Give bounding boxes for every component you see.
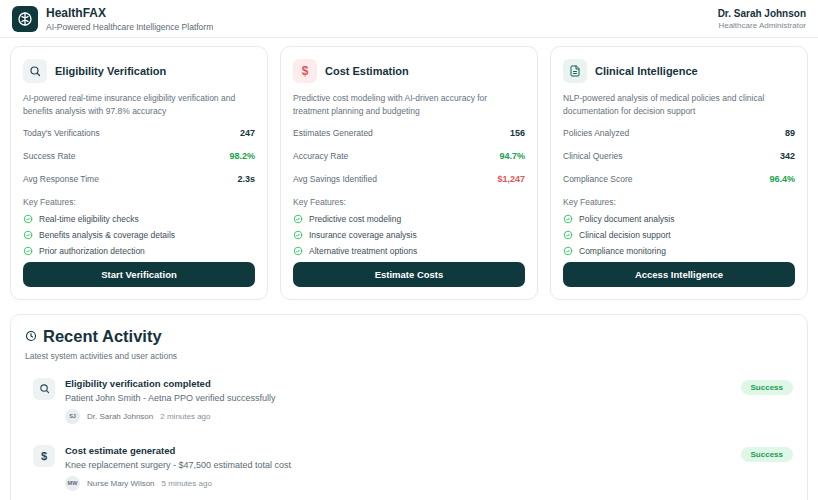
- card-title: Cost Estimation: [325, 65, 409, 77]
- start-verification-button[interactable]: Start Verification: [23, 262, 255, 287]
- features-label: Key Features:: [293, 197, 525, 207]
- document-icon: [563, 59, 587, 83]
- feature-text: Real-time eligibility checks: [39, 214, 139, 224]
- status-badge: Success: [741, 380, 793, 395]
- feature-item: Prior authorization detection: [23, 246, 255, 256]
- brain-logo-icon: [12, 6, 38, 32]
- stat-row: Success Rate 98.2%: [23, 145, 255, 168]
- stat-label: Policies Analyzed: [563, 128, 629, 138]
- avatar: MW: [65, 476, 80, 491]
- activity-meta: MW Nurse Mary Wilson 5 minutes ago: [65, 476, 731, 491]
- feature-item: Alternative treatment options: [293, 246, 525, 256]
- app-header: HealthFAX AI-Powered Healthcare Intellig…: [0, 0, 818, 38]
- search-icon: [33, 378, 55, 400]
- feature-item: Compliance monitoring: [563, 246, 795, 256]
- card-header: $ Cost Estimation: [293, 59, 525, 83]
- stat-label: Compliance Score: [563, 174, 632, 184]
- feature-item: Insurance coverage analysis: [293, 230, 525, 240]
- app-title: HealthFAX: [46, 6, 213, 20]
- check-circle-icon: [563, 230, 573, 240]
- activity-body: Cost estimate generated Knee replacement…: [65, 445, 731, 491]
- stat-row: Avg Savings Identified $1,247: [293, 168, 525, 191]
- activity-body: Eligibility verification completed Patie…: [65, 378, 731, 424]
- card-header: Clinical Intelligence: [563, 59, 795, 83]
- feature-text: Prior authorization detection: [39, 246, 145, 256]
- activity-user: Dr. Sarah Johnson: [87, 412, 153, 421]
- features-label: Key Features:: [23, 197, 255, 207]
- activity-description: Knee replacement surgery - $47,500 estim…: [65, 460, 731, 470]
- stat-label: Avg Response Time: [23, 174, 99, 184]
- feature-item: Predictive cost modeling: [293, 214, 525, 224]
- access-intelligence-button[interactable]: Access Intelligence: [563, 262, 795, 287]
- check-circle-icon: [293, 246, 303, 256]
- feature-text: Compliance monitoring: [579, 246, 666, 256]
- activity-item: Eligibility verification completed Patie…: [25, 378, 793, 424]
- stat-label: Success Rate: [23, 151, 75, 161]
- status-badge: Success: [741, 447, 793, 462]
- stat-value: 247: [240, 128, 255, 138]
- user-name: Dr. Sarah Johnson: [718, 8, 806, 19]
- stat-row: Avg Response Time 2.3s: [23, 168, 255, 191]
- feature-text: Policy document analysis: [579, 214, 674, 224]
- feature-text: Predictive cost modeling: [309, 214, 401, 224]
- estimate-costs-button[interactable]: Estimate Costs: [293, 262, 525, 287]
- check-circle-icon: [293, 214, 303, 224]
- card-header: Eligibility Verification: [23, 59, 255, 83]
- check-circle-icon: [23, 214, 33, 224]
- features-list: Predictive cost modeling Insurance cover…: [293, 214, 525, 262]
- clock-icon: [25, 330, 37, 342]
- check-circle-icon: [23, 230, 33, 240]
- stat-value: 342: [780, 151, 795, 161]
- check-circle-icon: [293, 230, 303, 240]
- activity-time: 5 minutes ago: [162, 479, 212, 488]
- card-stats: Estimates Generated 156 Accuracy Rate 94…: [293, 122, 525, 191]
- stat-value: 98.2%: [229, 151, 255, 161]
- feature-item: Benefits analysis & coverage details: [23, 230, 255, 240]
- activity-title: Cost estimate generated: [65, 445, 731, 456]
- activity-meta: SJ Dr. Sarah Johnson 2 minutes ago: [65, 409, 731, 424]
- card-description: NLP-powered analysis of medical policies…: [563, 92, 795, 118]
- features-label: Key Features:: [563, 197, 795, 207]
- card-eligibility-verification: Eligibility Verification AI-powered real…: [10, 46, 268, 300]
- main-content: Eligibility Verification AI-powered real…: [0, 38, 818, 500]
- stat-label: Accuracy Rate: [293, 151, 348, 161]
- stat-label: Clinical Queries: [563, 151, 623, 161]
- card-title: Eligibility Verification: [55, 65, 166, 77]
- stat-row: Compliance Score 96.4%: [563, 168, 795, 191]
- activity-time: 2 minutes ago: [160, 412, 210, 421]
- stat-value: 156: [510, 128, 525, 138]
- stat-value: 96.4%: [769, 174, 795, 184]
- stat-label: Today's Verifications: [23, 128, 100, 138]
- card-stats: Today's Verifications 247 Success Rate 9…: [23, 122, 255, 191]
- stat-value: 94.7%: [499, 151, 525, 161]
- stat-row: Policies Analyzed 89: [563, 122, 795, 145]
- stat-label: Avg Savings Identified: [293, 174, 377, 184]
- stat-value: 2.3s: [237, 174, 255, 184]
- dollar-icon: $: [293, 59, 317, 83]
- activity-list: Eligibility verification completed Patie…: [25, 378, 793, 500]
- check-circle-icon: [563, 246, 573, 256]
- activity-description: Patient John Smith - Aetna PPO verified …: [65, 393, 731, 403]
- user-role: Healthcare Administrator: [718, 21, 806, 30]
- stat-row: Estimates Generated 156: [293, 122, 525, 145]
- check-circle-icon: [23, 246, 33, 256]
- stat-value: 89: [785, 128, 795, 138]
- features-list: Real-time eligibility checks Benefits an…: [23, 214, 255, 262]
- stat-row: Today's Verifications 247: [23, 122, 255, 145]
- activity-user: Nurse Mary Wilson: [87, 479, 155, 488]
- panel-header: Recent Activity Latest system activities…: [25, 327, 793, 361]
- panel-title: Recent Activity: [43, 327, 162, 346]
- stat-row: Clinical Queries 342: [563, 145, 795, 168]
- activity-title: Eligibility verification completed: [65, 378, 731, 389]
- feature-item: Policy document analysis: [563, 214, 795, 224]
- feature-text: Benefits analysis & coverage details: [39, 230, 175, 240]
- search-icon: [23, 59, 47, 83]
- card-title: Clinical Intelligence: [595, 65, 698, 77]
- dollar-icon: $: [33, 445, 55, 467]
- activity-item: $ Cost estimate generated Knee replaceme…: [25, 445, 793, 491]
- avatar: SJ: [65, 409, 80, 424]
- feature-item: Real-time eligibility checks: [23, 214, 255, 224]
- user-info: Dr. Sarah Johnson Healthcare Administrat…: [718, 8, 806, 30]
- card-clinical-intelligence: Clinical Intelligence NLP-powered analys…: [550, 46, 808, 300]
- brand-text: HealthFAX AI-Powered Healthcare Intellig…: [46, 6, 213, 32]
